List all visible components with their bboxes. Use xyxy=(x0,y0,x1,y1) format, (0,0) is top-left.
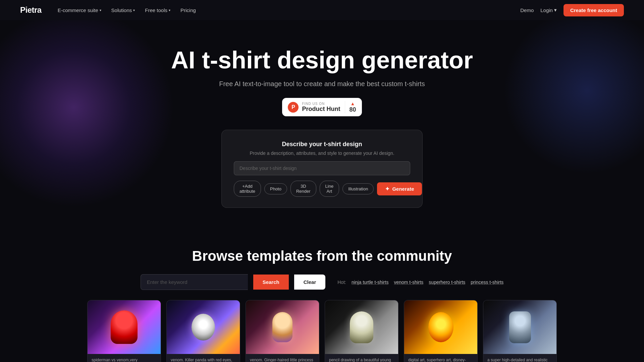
lady-figure xyxy=(350,311,373,343)
template-image xyxy=(88,300,161,354)
hot-tag-ninja[interactable]: ninja turtle t-shirts xyxy=(352,280,388,285)
design-box: Describe your t-shirt design Provide a d… xyxy=(221,130,423,208)
template-description: pencil drawing of a beautiful young prin… xyxy=(325,354,398,362)
template-card[interactable]: venom. Ginger-haired little princess in … xyxy=(246,300,319,362)
hero-section: AI t-shirt design generator Free AI text… xyxy=(0,20,644,228)
design-box-title: Describe your t-shirt design xyxy=(234,141,410,148)
design-box-subtitle: Provide a description, attributes, and s… xyxy=(234,150,410,156)
generate-button[interactable]: ✦ Generate xyxy=(377,182,422,195)
hero-bg-right xyxy=(503,20,644,174)
chevron-down-icon: ▾ xyxy=(133,8,135,12)
template-image xyxy=(246,300,319,354)
nav-links: E-commerce suite ▾ Solutions ▾ Free tool… xyxy=(54,5,200,15)
template-grid: spiderman vs venom,very epic,photorealis… xyxy=(87,300,557,362)
browse-section: Browse templates from the community Sear… xyxy=(0,228,644,362)
search-button[interactable]: Search xyxy=(253,275,289,290)
create-account-button[interactable]: Create free account xyxy=(564,4,624,16)
product-hunt-icon: P xyxy=(288,102,299,113)
nav-solutions[interactable]: Solutions ▾ xyxy=(107,5,139,15)
template-card[interactable]: spiderman vs venom,very epic,photorealis… xyxy=(87,300,161,362)
search-row: Search Clear Hot: ninja turtle t-shirts … xyxy=(20,274,624,290)
template-description: digital art, superhero art, disney-pixar… xyxy=(404,354,477,362)
hot-tag-venom[interactable]: venom t-shirts xyxy=(394,280,423,285)
robot-figure xyxy=(509,311,531,343)
keyword-search-input[interactable] xyxy=(141,274,248,290)
hot-tags-row: Hot: ninja turtle t-shirts venom t-shirt… xyxy=(337,280,503,285)
template-description: spiderman vs venom,very epic,photorealis… xyxy=(88,354,161,362)
template-image xyxy=(404,300,477,354)
template-image xyxy=(167,300,240,354)
template-description: venom. Ginger-haired little princess in … xyxy=(246,354,319,362)
panda-figure xyxy=(192,314,215,341)
navbar: Pietra E-commerce suite ▾ Solutions ▾ Fr… xyxy=(0,0,644,20)
product-hunt-text: FIND US ON Product Hunt xyxy=(302,102,340,113)
hot-label: Hot: xyxy=(337,280,346,285)
product-hunt-score: ▲ 80 xyxy=(345,101,356,113)
hot-tag-princess[interactable]: princess t-shirts xyxy=(471,280,503,285)
line-art-style-button[interactable]: Line Art xyxy=(320,181,339,197)
bird-figure xyxy=(428,312,453,342)
spark-icon: ✦ xyxy=(385,186,389,192)
illustration-style-button[interactable]: Illustration xyxy=(342,183,374,194)
template-card[interactable]: pencil drawing of a beautiful young prin… xyxy=(325,300,398,362)
princess-figure xyxy=(272,312,292,342)
template-card[interactable]: a super high-detailed and realistic imag… xyxy=(483,300,557,362)
chevron-down-icon: ▾ xyxy=(100,8,101,12)
nav-left: Pietra E-commerce suite ▾ Solutions ▾ Fr… xyxy=(20,5,200,15)
template-description: a super high-detailed and realistic imag… xyxy=(483,354,556,362)
clear-button[interactable]: Clear xyxy=(294,275,326,290)
login-link[interactable]: Login ▾ xyxy=(540,7,557,13)
template-image xyxy=(325,300,398,354)
add-attribute-button[interactable]: +Add attribute xyxy=(234,181,261,197)
nav-free-tools[interactable]: Free tools ▾ xyxy=(141,5,174,15)
hero-subtitle: Free AI text-to-image tool to create and… xyxy=(7,80,637,88)
hero-title: AI t-shirt design generator xyxy=(7,47,637,73)
chevron-down-icon: ▾ xyxy=(554,7,557,13)
chevron-down-icon: ▾ xyxy=(169,8,170,12)
template-card[interactable]: digital art, superhero art, disney-pixar… xyxy=(404,300,478,362)
hot-tag-superhero[interactable]: superhero t-shirts xyxy=(429,280,465,285)
nav-ecommerce[interactable]: E-commerce suite ▾ xyxy=(54,5,105,15)
3d-render-style-button[interactable]: 3D Render xyxy=(290,181,316,197)
template-image xyxy=(483,300,556,354)
nav-pricing[interactable]: Pricing xyxy=(176,5,200,15)
spiderman-figure xyxy=(111,310,138,344)
demo-link[interactable]: Demo xyxy=(520,7,534,13)
template-card[interactable]: venom. Killer panda with red eyes, with … xyxy=(166,300,240,362)
browse-title: Browse templates from the community xyxy=(20,248,624,264)
template-description: venom. Killer panda with red eyes, with … xyxy=(167,354,240,362)
upvote-icon: ▲ xyxy=(351,101,355,106)
design-description-input[interactable] xyxy=(234,161,410,175)
brand-logo[interactable]: Pietra xyxy=(20,5,42,15)
photo-style-button[interactable]: Photo xyxy=(264,183,287,194)
product-hunt-badge[interactable]: P FIND US ON Product Hunt ▲ 80 xyxy=(282,98,362,116)
nav-right: Demo Login ▾ Create free account xyxy=(520,4,624,16)
design-actions: +Add attribute Photo 3D Render Line Art … xyxy=(234,181,410,197)
